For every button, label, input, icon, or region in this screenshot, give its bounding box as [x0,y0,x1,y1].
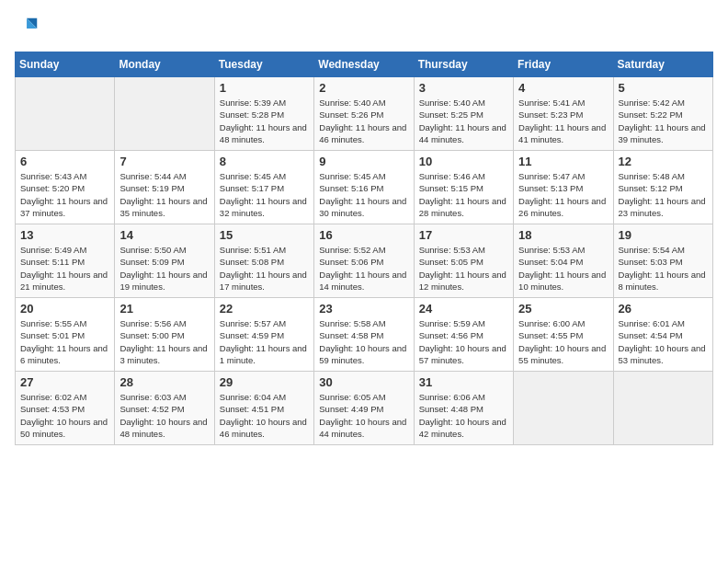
calendar-cell: 20 Sunrise: 5:55 AM Sunset: 5:01 PM Dayl… [16,298,115,372]
day-info: Sunrise: 5:44 AM Sunset: 5:19 PM Dayligh… [119,170,209,219]
day-info: Sunrise: 6:02 AM Sunset: 4:53 PM Dayligh… [20,391,109,440]
day-info: Sunrise: 5:57 AM Sunset: 4:59 PM Dayligh… [220,317,309,366]
sunrise: Sunrise: 5:57 AM [220,318,286,328]
sunrise: Sunrise: 5:39 AM [220,98,286,108]
day-info: Sunrise: 6:01 AM Sunset: 4:54 PM Dayligh… [619,317,708,366]
day-info: Sunrise: 5:53 AM Sunset: 5:05 PM Dayligh… [419,244,508,293]
sunrise: Sunrise: 5:51 AM [220,245,286,255]
calendar-cell: 16 Sunrise: 5:52 AM Sunset: 5:06 PM Dayl… [314,224,414,298]
calendar-cell: 10 Sunrise: 5:46 AM Sunset: 5:15 PM Dayl… [414,151,513,224]
sunset: Sunset: 5:08 PM [220,257,284,267]
day-number: 25 [518,302,608,316]
sunset: Sunset: 5:01 PM [20,330,85,340]
calendar-cell: 7 Sunrise: 5:44 AM Sunset: 5:19 PM Dayli… [115,151,214,224]
calendar-cell: 8 Sunrise: 5:45 AM Sunset: 5:17 PM Dayli… [214,151,313,224]
daylight: Daylight: 11 hours and 39 minutes. [619,122,706,144]
daylight: Daylight: 10 hours and 55 minutes. [518,343,606,365]
calendar-cell [16,77,115,151]
day-number: 27 [20,375,109,389]
calendar-cell: 2 Sunrise: 5:40 AM Sunset: 5:26 PM Dayli… [314,77,414,151]
calendar-cell: 1 Sunrise: 5:39 AM Sunset: 5:28 PM Dayli… [214,77,313,151]
sunrise: Sunrise: 5:54 AM [619,245,685,255]
sunset: Sunset: 5:16 PM [319,183,383,193]
daylight: Daylight: 11 hours and 3 minutes. [119,343,207,365]
calendar-cell: 23 Sunrise: 5:58 AM Sunset: 4:58 PM Dayl… [314,298,414,372]
day-number: 18 [518,228,608,242]
calendar-cell: 27 Sunrise: 6:02 AM Sunset: 4:53 PM Dayl… [16,372,115,445]
day-number: 7 [119,155,209,168]
page-header [15,15,713,40]
sunset: Sunset: 4:52 PM [119,404,184,414]
sunrise: Sunrise: 5:41 AM [518,98,585,108]
sunrise: Sunrise: 6:06 AM [419,392,485,402]
sunrise: Sunrise: 6:04 AM [220,392,286,402]
calendar-cell: 26 Sunrise: 6:01 AM Sunset: 4:54 PM Dayl… [613,298,712,372]
day-number: 21 [119,302,209,316]
daylight: Daylight: 11 hours and 26 minutes. [518,196,606,218]
sunrise: Sunrise: 5:40 AM [419,98,485,108]
day-number: 8 [220,155,309,168]
calendar-cell: 30 Sunrise: 6:05 AM Sunset: 4:49 PM Dayl… [314,372,414,445]
day-number: 30 [319,375,408,389]
daylight: Daylight: 10 hours and 59 minutes. [319,343,406,365]
day-number: 13 [20,228,109,242]
day-info: Sunrise: 6:06 AM Sunset: 4:48 PM Dayligh… [419,391,508,440]
daylight: Daylight: 11 hours and 35 minutes. [119,196,207,218]
sunset: Sunset: 5:11 PM [20,257,85,267]
sunset: Sunset: 5:09 PM [119,257,184,267]
day-number: 20 [20,302,109,316]
calendar-cell [115,77,214,151]
calendar-cell: 15 Sunrise: 5:51 AM Sunset: 5:08 PM Dayl… [214,224,313,298]
daylight: Daylight: 11 hours and 48 minutes. [220,122,307,144]
day-info: Sunrise: 6:00 AM Sunset: 4:55 PM Dayligh… [518,317,608,366]
day-info: Sunrise: 5:40 AM Sunset: 5:26 PM Dayligh… [319,97,408,145]
day-info: Sunrise: 5:59 AM Sunset: 4:56 PM Dayligh… [419,317,508,366]
day-info: Sunrise: 5:43 AM Sunset: 5:20 PM Dayligh… [20,170,109,219]
sunset: Sunset: 4:48 PM [419,404,483,414]
day-number: 3 [419,81,508,95]
sunrise: Sunrise: 6:01 AM [619,318,685,328]
day-number: 24 [419,302,508,316]
sunset: Sunset: 5:28 PM [220,109,284,120]
sunset: Sunset: 5:20 PM [20,183,85,193]
calendar-cell: 12 Sunrise: 5:48 AM Sunset: 5:12 PM Dayl… [613,151,712,224]
daylight: Daylight: 11 hours and 30 minutes. [319,196,406,218]
sunrise: Sunrise: 5:43 AM [20,171,86,181]
sunrise: Sunrise: 6:00 AM [518,318,585,328]
weekday-header-row: SundayMondayTuesdayWednesdayThursdayFrid… [16,52,713,77]
day-info: Sunrise: 5:48 AM Sunset: 5:12 PM Dayligh… [619,170,708,219]
calendar-cell: 19 Sunrise: 5:54 AM Sunset: 5:03 PM Dayl… [613,224,712,298]
sunrise: Sunrise: 5:45 AM [220,171,286,181]
sunset: Sunset: 4:59 PM [220,330,284,340]
sunset: Sunset: 5:25 PM [419,109,483,120]
sunrise: Sunrise: 5:45 AM [319,171,385,181]
calendar-week-row: 27 Sunrise: 6:02 AM Sunset: 4:53 PM Dayl… [16,372,713,445]
calendar-cell: 3 Sunrise: 5:40 AM Sunset: 5:25 PM Dayli… [414,77,513,151]
sunrise: Sunrise: 6:05 AM [319,392,385,402]
daylight: Daylight: 11 hours and 21 minutes. [20,270,108,292]
day-info: Sunrise: 5:42 AM Sunset: 5:22 PM Dayligh… [619,97,708,145]
sunset: Sunset: 5:03 PM [619,257,683,267]
daylight: Daylight: 11 hours and 19 minutes. [119,270,207,292]
daylight: Daylight: 11 hours and 1 minute. [220,343,307,365]
sunrise: Sunrise: 5:42 AM [619,98,685,108]
sunrise: Sunrise: 5:52 AM [319,245,385,255]
day-number: 2 [319,81,408,95]
day-info: Sunrise: 5:47 AM Sunset: 5:13 PM Dayligh… [518,170,608,219]
day-number: 28 [119,375,209,389]
calendar-cell: 18 Sunrise: 5:53 AM Sunset: 5:04 PM Dayl… [514,224,613,298]
sunrise: Sunrise: 6:02 AM [20,392,86,402]
daylight: Daylight: 10 hours and 53 minutes. [619,343,706,365]
day-info: Sunrise: 5:45 AM Sunset: 5:17 PM Dayligh… [220,170,309,219]
sunrise: Sunrise: 5:58 AM [319,318,385,328]
sunset: Sunset: 5:12 PM [619,183,683,193]
day-number: 17 [419,228,508,242]
daylight: Daylight: 11 hours and 12 minutes. [419,270,506,292]
day-number: 29 [220,375,309,389]
day-info: Sunrise: 5:45 AM Sunset: 5:16 PM Dayligh… [319,170,408,219]
weekday-header: Wednesday [314,52,414,77]
day-number: 10 [419,155,508,168]
day-info: Sunrise: 5:52 AM Sunset: 5:06 PM Dayligh… [319,244,408,293]
sunrise: Sunrise: 5:46 AM [419,171,485,181]
sunset: Sunset: 4:51 PM [220,404,284,414]
